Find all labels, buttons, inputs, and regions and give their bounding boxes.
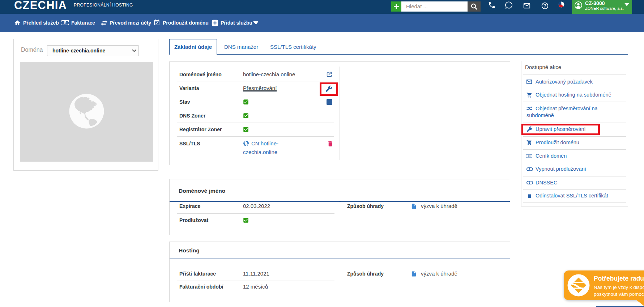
svg-text:1: 1 xyxy=(64,21,66,25)
svg-text:1: 1 xyxy=(529,155,530,157)
